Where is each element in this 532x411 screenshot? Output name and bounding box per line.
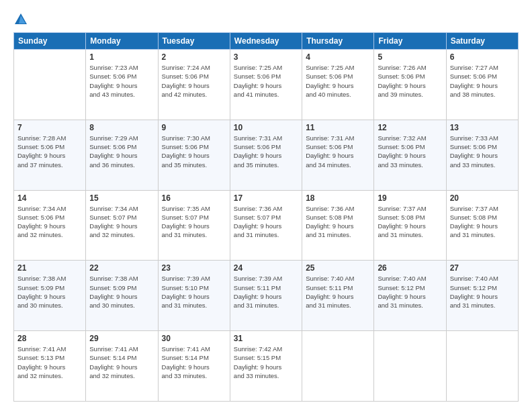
day-info: Sunrise: 7:32 AMSunset: 5:06 PMDaylight:… [378, 134, 442, 169]
calendar-cell: 19Sunrise: 7:37 AMSunset: 5:08 PMDayligh… [374, 190, 446, 261]
day-info: Sunrise: 7:42 AMSunset: 5:15 PMDaylight:… [234, 345, 298, 380]
calendar-cell: 30Sunrise: 7:41 AMSunset: 5:14 PMDayligh… [158, 331, 230, 402]
logo-icon [13, 12, 28, 27]
day-number: 31 [234, 334, 298, 343]
day-info: Sunrise: 7:27 AMSunset: 5:06 PMDaylight:… [450, 63, 515, 99]
logo [13, 12, 31, 27]
day-info: Sunrise: 7:39 AMSunset: 5:10 PMDaylight:… [162, 274, 226, 310]
header-day: Friday [374, 33, 446, 50]
day-info: Sunrise: 7:40 AMSunset: 5:11 PMDaylight:… [306, 274, 370, 310]
day-info: Sunrise: 7:41 AMSunset: 5:14 PMDaylight:… [89, 345, 154, 380]
day-number: 25 [306, 263, 370, 273]
day-number: 19 [378, 193, 442, 203]
day-number: 23 [162, 263, 226, 273]
calendar-cell: 12Sunrise: 7:32 AMSunset: 5:06 PMDayligh… [374, 120, 446, 190]
day-info: Sunrise: 7:38 AMSunset: 5:09 PMDaylight:… [89, 274, 154, 310]
day-info: Sunrise: 7:35 AMSunset: 5:07 PMDaylight:… [162, 204, 226, 240]
day-info: Sunrise: 7:37 AMSunset: 5:08 PMDaylight:… [378, 204, 442, 240]
calendar-cell [302, 331, 374, 402]
day-info: Sunrise: 7:31 AMSunset: 5:06 PMDaylight:… [306, 134, 370, 169]
calendar-cell: 3Sunrise: 7:25 AMSunset: 5:06 PMDaylight… [230, 50, 302, 120]
calendar-cell: 11Sunrise: 7:31 AMSunset: 5:06 PMDayligh… [302, 120, 374, 190]
day-number: 22 [89, 263, 154, 273]
day-number: 9 [162, 123, 226, 132]
calendar-cell: 27Sunrise: 7:40 AMSunset: 5:12 PMDayligh… [446, 261, 518, 331]
day-number: 4 [306, 52, 370, 62]
day-info: Sunrise: 7:23 AMSunset: 5:06 PMDaylight:… [89, 63, 154, 99]
day-number: 18 [306, 193, 370, 203]
calendar-cell [446, 331, 518, 402]
calendar-cell: 10Sunrise: 7:31 AMSunset: 5:06 PMDayligh… [230, 120, 302, 190]
day-number: 1 [89, 52, 154, 62]
day-number: 2 [162, 52, 226, 62]
calendar: SundayMondayTuesdayWednesdayThursdayFrid… [13, 32, 519, 402]
calendar-cell: 8Sunrise: 7:29 AMSunset: 5:06 PMDaylight… [86, 120, 158, 190]
calendar-cell: 25Sunrise: 7:40 AMSunset: 5:11 PMDayligh… [302, 261, 374, 331]
calendar-cell: 28Sunrise: 7:41 AMSunset: 5:13 PMDayligh… [14, 331, 86, 402]
calendar-cell: 31Sunrise: 7:42 AMSunset: 5:15 PMDayligh… [230, 331, 302, 402]
day-info: Sunrise: 7:25 AMSunset: 5:06 PMDaylight:… [234, 63, 298, 99]
header-day: Wednesday [230, 33, 302, 50]
day-number: 12 [378, 123, 442, 132]
day-number: 30 [162, 334, 226, 343]
page: SundayMondayTuesdayWednesdayThursdayFrid… [0, 0, 532, 411]
day-info: Sunrise: 7:34 AMSunset: 5:06 PMDaylight:… [17, 204, 82, 240]
calendar-cell: 7Sunrise: 7:28 AMSunset: 5:06 PMDaylight… [14, 120, 86, 190]
day-number: 24 [234, 263, 298, 273]
calendar-cell: 26Sunrise: 7:40 AMSunset: 5:12 PMDayligh… [374, 261, 446, 331]
day-number: 14 [17, 193, 82, 203]
day-number: 15 [89, 193, 154, 203]
calendar-cell: 21Sunrise: 7:38 AMSunset: 5:09 PMDayligh… [14, 261, 86, 331]
calendar-cell: 5Sunrise: 7:26 AMSunset: 5:06 PMDaylight… [374, 50, 446, 120]
day-number: 7 [17, 123, 82, 132]
header-day: Saturday [446, 33, 518, 50]
calendar-cell: 20Sunrise: 7:37 AMSunset: 5:08 PMDayligh… [446, 190, 518, 261]
day-info: Sunrise: 7:33 AMSunset: 5:06 PMDaylight:… [450, 134, 515, 169]
day-info: Sunrise: 7:31 AMSunset: 5:06 PMDaylight:… [234, 134, 298, 169]
day-info: Sunrise: 7:25 AMSunset: 5:06 PMDaylight:… [306, 63, 370, 99]
day-number: 17 [234, 193, 298, 203]
day-info: Sunrise: 7:40 AMSunset: 5:12 PMDaylight:… [450, 274, 515, 310]
day-number: 5 [378, 52, 442, 62]
calendar-cell: 24Sunrise: 7:39 AMSunset: 5:11 PMDayligh… [230, 261, 302, 331]
day-info: Sunrise: 7:24 AMSunset: 5:06 PMDaylight:… [162, 63, 226, 99]
day-number: 10 [234, 123, 298, 132]
day-number: 20 [450, 193, 515, 203]
header [13, 12, 519, 27]
calendar-cell: 4Sunrise: 7:25 AMSunset: 5:06 PMDaylight… [302, 50, 374, 120]
calendar-cell: 17Sunrise: 7:36 AMSunset: 5:07 PMDayligh… [230, 190, 302, 261]
day-number: 8 [89, 123, 154, 132]
day-number: 27 [450, 263, 515, 273]
day-number: 16 [162, 193, 226, 203]
calendar-week: 7Sunrise: 7:28 AMSunset: 5:06 PMDaylight… [14, 120, 519, 190]
calendar-cell [14, 50, 86, 120]
calendar-cell: 6Sunrise: 7:27 AMSunset: 5:06 PMDaylight… [446, 50, 518, 120]
calendar-cell: 9Sunrise: 7:30 AMSunset: 5:06 PMDaylight… [158, 120, 230, 190]
day-info: Sunrise: 7:30 AMSunset: 5:06 PMDaylight:… [162, 134, 226, 169]
calendar-week: 28Sunrise: 7:41 AMSunset: 5:13 PMDayligh… [14, 331, 519, 402]
calendar-cell: 29Sunrise: 7:41 AMSunset: 5:14 PMDayligh… [86, 331, 158, 402]
calendar-cell: 16Sunrise: 7:35 AMSunset: 5:07 PMDayligh… [158, 190, 230, 261]
calendar-cell: 23Sunrise: 7:39 AMSunset: 5:10 PMDayligh… [158, 261, 230, 331]
calendar-cell: 15Sunrise: 7:34 AMSunset: 5:07 PMDayligh… [86, 190, 158, 261]
calendar-cell: 13Sunrise: 7:33 AMSunset: 5:06 PMDayligh… [446, 120, 518, 190]
day-info: Sunrise: 7:38 AMSunset: 5:09 PMDaylight:… [17, 274, 82, 310]
day-info: Sunrise: 7:34 AMSunset: 5:07 PMDaylight:… [89, 204, 154, 240]
day-info: Sunrise: 7:40 AMSunset: 5:12 PMDaylight:… [378, 274, 442, 310]
header-row: SundayMondayTuesdayWednesdayThursdayFrid… [14, 33, 519, 50]
day-info: Sunrise: 7:26 AMSunset: 5:06 PMDaylight:… [378, 63, 442, 99]
calendar-cell: 22Sunrise: 7:38 AMSunset: 5:09 PMDayligh… [86, 261, 158, 331]
day-number: 29 [89, 334, 154, 343]
day-number: 21 [17, 263, 82, 273]
calendar-body: 1Sunrise: 7:23 AMSunset: 5:06 PMDaylight… [14, 50, 519, 402]
day-info: Sunrise: 7:41 AMSunset: 5:14 PMDaylight:… [162, 345, 226, 380]
day-info: Sunrise: 7:29 AMSunset: 5:06 PMDaylight:… [89, 134, 154, 169]
day-info: Sunrise: 7:28 AMSunset: 5:06 PMDaylight:… [17, 134, 82, 169]
day-number: 13 [450, 123, 515, 132]
header-day: Thursday [302, 33, 374, 50]
day-info: Sunrise: 7:37 AMSunset: 5:08 PMDaylight:… [450, 204, 515, 240]
header-day: Monday [86, 33, 158, 50]
header-day: Sunday [14, 33, 86, 50]
day-number: 11 [306, 123, 370, 132]
calendar-cell: 2Sunrise: 7:24 AMSunset: 5:06 PMDaylight… [158, 50, 230, 120]
